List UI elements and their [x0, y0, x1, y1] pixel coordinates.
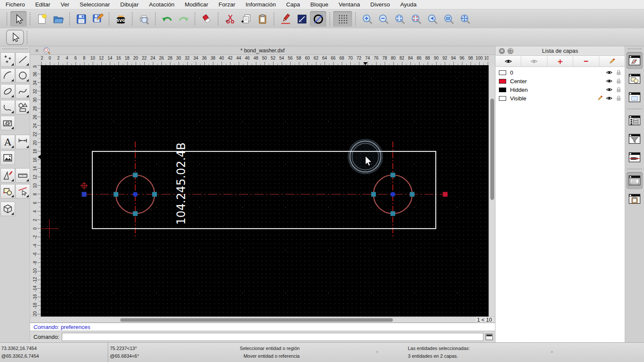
clipboard-dock-button[interactable] — [626, 190, 643, 208]
show-all-layers-button[interactable] — [495, 56, 521, 66]
selection-tool-button[interactable] — [6, 30, 24, 45]
panel-drag-handle[interactable] — [3, 48, 27, 49]
select-arrow-button[interactable] — [10, 11, 27, 27]
layer-visibility-eye-icon[interactable] — [606, 95, 613, 102]
print-preview-button[interactable] — [136, 11, 152, 27]
layer-visibility-eye-icon[interactable] — [606, 69, 613, 76]
library-browser-dock-button[interactable] — [626, 89, 643, 106]
copy-button[interactable] — [238, 11, 254, 27]
layer-row-hidden[interactable]: Hidden — [495, 85, 625, 94]
zoom-auto-button[interactable] — [392, 11, 408, 27]
modify-tool-button[interactable] — [0, 168, 15, 183]
dimension-tool-button[interactable] — [15, 135, 30, 149]
command-detach-button[interactable] — [486, 334, 493, 340]
layer-row-center[interactable]: Center — [495, 77, 625, 85]
zoom-entity-button[interactable] — [440, 11, 457, 27]
circle-center-point-left[interactable] — [133, 192, 138, 197]
pen-toolbar-dock-button[interactable] — [626, 149, 643, 166]
menu-item-bloque[interactable]: Bloque — [310, 1, 328, 8]
hide-all-layers-button[interactable] — [521, 56, 547, 66]
menu-item-modificar[interactable]: Modificar — [185, 1, 208, 8]
line-tool-button[interactable] — [15, 52, 30, 67]
points-tool-button[interactable] — [0, 52, 15, 67]
horizontal-scrollbar-thumb[interactable] — [120, 318, 393, 322]
blocks-tool-button[interactable] — [0, 184, 15, 199]
ellipse-tool-button[interactable] — [0, 84, 15, 99]
dock-drag-handle[interactable] — [628, 48, 641, 49]
block-list-dock-button[interactable] — [626, 70, 643, 87]
hatch-tool-button[interactable] — [0, 116, 15, 130]
entity-list-dock-button[interactable] — [626, 112, 643, 129]
part-number-label[interactable]: 104.245.02.4B — [174, 142, 188, 225]
menu-item-ayuda[interactable]: Ayuda — [400, 1, 416, 8]
redo-button[interactable] — [175, 11, 191, 27]
text-tool-button[interactable]: A — [0, 135, 15, 149]
image-tool-button[interactable] — [0, 151, 15, 165]
circle-line-button[interactable] — [310, 11, 326, 27]
menu-item-forzar[interactable]: Forzar — [219, 1, 235, 8]
save-button[interactable] — [73, 11, 89, 27]
undo-button[interactable] — [159, 11, 175, 27]
menu-item-ver[interactable]: Ver — [61, 1, 69, 8]
zoom-in-button[interactable] — [359, 11, 375, 27]
menu-item-fichero[interactable]: Fichero — [6, 1, 25, 8]
filter-dock-button[interactable] — [626, 130, 643, 148]
polyline-tool-button[interactable] — [0, 100, 15, 115]
layer-row-0[interactable]: 0 — [495, 68, 625, 77]
layer-list-dock-button[interactable] — [626, 52, 643, 69]
menu-item-editar[interactable]: Editar — [35, 1, 50, 8]
save-as-button[interactable] — [89, 11, 106, 27]
horizontal-scrollbar[interactable]: 1 < 10 — [30, 317, 495, 323]
layer-visibility-eye-icon[interactable] — [606, 86, 613, 93]
svg-export-button[interactable] — [112, 11, 129, 27]
vertical-scrollbar[interactable] — [489, 65, 495, 317]
menu-item-capa[interactable]: Capa — [286, 1, 300, 8]
spline-tool-button[interactable] — [15, 84, 30, 99]
arc-tool-button[interactable] — [0, 68, 15, 83]
washer-outline-rectangle[interactable] — [92, 151, 436, 229]
vertical-scrollbar-thumb[interactable] — [490, 99, 494, 200]
shapes-tool-button[interactable] — [15, 100, 30, 115]
layer-lock-icon[interactable] — [615, 86, 622, 93]
command-input[interactable] — [62, 333, 483, 341]
new-file-button[interactable] — [33, 11, 50, 27]
layer-visibility-eye-icon[interactable] — [606, 78, 613, 84]
layer-row-visible[interactable]: Visible — [495, 94, 625, 103]
zoom-window-button[interactable] — [408, 11, 424, 27]
zoom-previous-button[interactable] — [424, 11, 440, 27]
shapes-icon — [17, 102, 28, 113]
layer-lock-icon[interactable] — [615, 78, 622, 84]
add-layer-button[interactable]: ＋ — [547, 56, 573, 66]
grid-toggle-button[interactable] — [333, 11, 352, 27]
cube-3d-tool-button[interactable] — [0, 202, 15, 216]
menu-item-ventana[interactable]: Ventana — [339, 1, 360, 8]
menu-item-seleccionar[interactable]: Seleccionar — [80, 1, 110, 8]
layer-lock-icon[interactable] — [615, 69, 622, 76]
layer-lock-icon[interactable] — [615, 95, 622, 102]
command-line-dock-button[interactable] — [626, 172, 643, 189]
pen-edit-button[interactable] — [277, 11, 294, 27]
edit-layer-button[interactable] — [599, 56, 625, 66]
drawing-canvas[interactable]: 104.245.02.4B — [41, 65, 489, 317]
zoom-pan-button[interactable] — [457, 11, 473, 27]
circle-center-point-right[interactable] — [391, 192, 395, 197]
menu-item-diverso[interactable]: Diverso — [370, 1, 390, 8]
delete-button[interactable] — [198, 11, 215, 27]
menu-item-acotación[interactable]: Acotación — [149, 1, 174, 8]
paste-button[interactable] — [254, 11, 270, 27]
circle-tool-button[interactable] — [15, 68, 30, 83]
hruler-label: 62 — [311, 56, 321, 60]
hruler-label: 24 — [148, 56, 158, 60]
cut-button[interactable] — [222, 11, 238, 27]
centerline-start-handle[interactable] — [82, 192, 87, 197]
menu-item-dibujar[interactable]: Dibujar — [120, 1, 139, 8]
measure-tool-button[interactable] — [15, 168, 30, 183]
line-box-button[interactable] — [294, 11, 310, 27]
open-file-button[interactable] — [50, 11, 66, 27]
zoom-out-button[interactable] — [375, 11, 392, 27]
menu-item-información[interactable]: Información — [246, 1, 276, 8]
remove-layer-button[interactable]: − — [573, 56, 599, 66]
ellipse-icon — [2, 86, 13, 97]
centerline-end-handle[interactable] — [443, 192, 448, 197]
trim-tool-button[interactable] — [15, 184, 30, 199]
